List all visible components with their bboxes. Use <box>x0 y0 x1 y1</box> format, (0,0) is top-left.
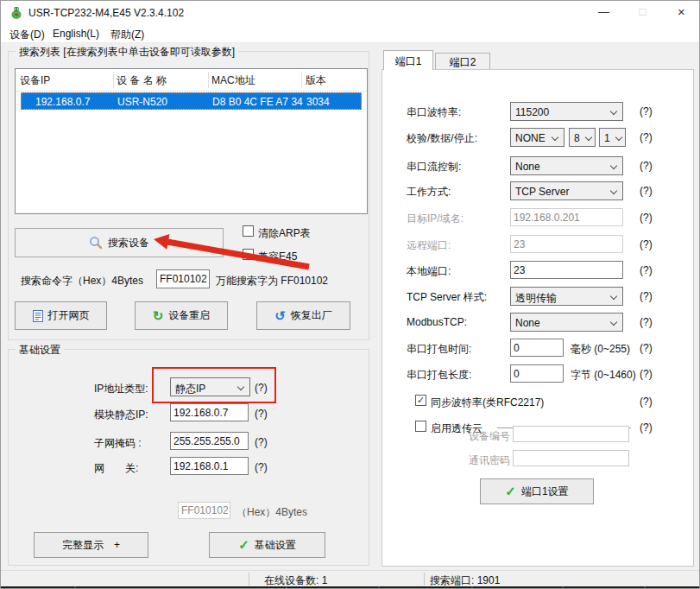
pack-len-suffix: 字节 (0~1460) <box>571 368 636 383</box>
remote-port-help[interactable]: (?) <box>640 238 653 250</box>
menu-bar: 设备(D) English(L) 帮助(Z) <box>1 25 699 43</box>
close-button[interactable]: × <box>662 1 700 25</box>
col-header-version[interactable]: 版本 <box>306 73 326 88</box>
cell-device-name: USR-N520 <box>117 96 167 108</box>
gateway-label: 网 关: <box>94 461 138 476</box>
pack-time-input[interactable] <box>510 339 564 357</box>
cloud-checkbox[interactable] <box>415 421 426 432</box>
ip-type-help[interactable]: (?) <box>255 382 268 394</box>
local-port-help[interactable]: (?) <box>640 264 653 276</box>
table-row-selected[interactable]: 192.168.0.7 USR-N520 D8 B0 4C FE A7 34 3… <box>21 92 362 110</box>
static-ip-help[interactable]: (?) <box>255 408 268 420</box>
column-divider[interactable] <box>301 72 302 88</box>
modbus-help[interactable]: (?) <box>640 316 653 328</box>
data-bits-select[interactable]: 8 <box>569 128 596 147</box>
work-mode-select[interactable]: TCP Server <box>510 181 623 200</box>
subnet-mask-input[interactable] <box>170 432 249 450</box>
sync-baud-checkbox[interactable]: ✓ <box>415 395 426 406</box>
modbus-select[interactable]: None <box>510 313 623 332</box>
search-device-button[interactable]: 搜索设备 <box>15 228 224 257</box>
cloud-help[interactable]: (?) <box>640 421 653 434</box>
baud-select[interactable]: 115200 <box>510 102 623 121</box>
column-divider[interactable] <box>208 72 209 88</box>
cell-mac: D8 B0 4C FE A7 34 <box>212 96 303 108</box>
ip-type-select[interactable]: 静态IP <box>170 377 250 396</box>
pack-len-input[interactable] <box>510 364 564 383</box>
parity-select[interactable]: NONE <box>510 128 564 147</box>
comm-pwd-input <box>513 450 629 466</box>
baud-help[interactable]: (?) <box>640 105 653 117</box>
tcp-style-select[interactable]: 透明传输 <box>510 287 623 306</box>
dest-ip-input <box>510 208 623 226</box>
tcp-style-help[interactable]: (?) <box>640 290 653 302</box>
checkbox-check-icon: ✓ <box>417 395 425 405</box>
title-bar: USR-TCP232-M4,E45 V2.3.4.102 — □ × <box>1 1 699 25</box>
maximize-button[interactable]: □ <box>623 1 662 25</box>
menu-english[interactable]: English(L) <box>53 28 99 40</box>
device-id-label: 设备编号 <box>469 429 510 444</box>
menu-device[interactable]: 设备(D) <box>9 28 45 42</box>
ip-type-label: IP地址类型: <box>94 382 148 396</box>
tcp-style-value: 透明传输 <box>515 291 557 306</box>
parity-value: NONE <box>515 132 545 144</box>
stop-bits-select[interactable]: 1 <box>599 128 626 147</box>
static-ip-input[interactable] <box>170 403 249 421</box>
minimize-button[interactable]: — <box>584 1 623 25</box>
local-port-input[interactable] <box>510 261 623 279</box>
full-display-label: 完整显示 + <box>62 538 120 553</box>
gateway-input[interactable] <box>170 457 249 475</box>
modbus-value: None <box>515 317 540 329</box>
dest-ip-label: 目标IP/域名: <box>407 212 464 226</box>
subnet-mask-help[interactable]: (?) <box>255 436 268 448</box>
port1-apply-label: 端口1设置 <box>521 484 569 499</box>
local-port-label: 本地端口: <box>407 264 451 279</box>
search-cmd-input[interactable] <box>156 269 210 288</box>
tab-port1[interactable]: 端口1 <box>383 50 433 70</box>
flow-control-value: None <box>515 161 540 173</box>
pack-time-help[interactable]: (?) <box>640 342 653 354</box>
universal-search-hint: 万能搜索字为 FF010102 <box>216 274 328 288</box>
compat-e45-checkbox[interactable] <box>243 249 254 260</box>
factory-reset-label: 恢复出厂 <box>291 308 332 323</box>
port1-apply-button[interactable]: ✓ 端口1设置 <box>480 478 594 504</box>
magnifier-icon <box>89 236 103 250</box>
flow-control-select[interactable]: None <box>510 156 623 175</box>
device-restart-button[interactable]: ↻ 设备重启 <box>135 301 228 330</box>
status-divider <box>424 573 425 586</box>
parity-label: 校验/数据/停止: <box>407 131 477 146</box>
pack-len-help[interactable]: (?) <box>640 368 653 380</box>
chevron-down-icon <box>237 383 244 390</box>
gateway-help[interactable]: (?) <box>255 461 268 473</box>
col-header-device-ip[interactable]: 设备IP <box>20 73 50 88</box>
dest-ip-help[interactable]: (?) <box>640 212 653 224</box>
clear-arp-checkbox[interactable] <box>243 225 254 237</box>
menu-help[interactable]: 帮助(Z) <box>110 28 144 42</box>
chevron-down-icon <box>610 293 617 300</box>
sync-baud-help[interactable]: (?) <box>640 396 653 408</box>
device-id-input <box>513 426 629 442</box>
flow-control-help[interactable]: (?) <box>640 160 653 172</box>
webpage-icon <box>33 310 43 322</box>
full-display-button[interactable]: 完整显示 + <box>34 532 148 558</box>
app-window: USR-TCP232-M4,E45 V2.3.4.102 — □ × 设备(D)… <box>0 0 700 589</box>
factory-reset-button[interactable]: ↺ 恢复出厂 <box>256 301 350 330</box>
cell-device-ip: 192.168.0.7 <box>35 96 90 108</box>
parity-help[interactable]: (?) <box>640 131 653 143</box>
column-divider[interactable] <box>113 72 114 88</box>
stop-bits-value: 1 <box>604 132 610 144</box>
work-mode-help[interactable]: (?) <box>640 185 653 197</box>
open-webpage-button[interactable]: 打开网页 <box>15 301 107 330</box>
restart-icon: ↻ <box>153 310 164 322</box>
chevron-down-icon <box>610 319 617 326</box>
col-header-mac[interactable]: MAC地址 <box>211 73 255 88</box>
tab-port2[interactable]: 端口2 <box>435 53 490 69</box>
data-bits-value: 8 <box>574 132 580 144</box>
pack-time-suffix: 毫秒 (0~255) <box>571 342 630 357</box>
subnet-mask-label: 子网掩码 : <box>94 436 142 451</box>
basic-hex-label: （Hex）4Bytes <box>236 505 307 520</box>
window-title: USR-TCP232-M4,E45 V2.3.4.102 <box>28 7 184 19</box>
remote-port-label: 远程端口: <box>407 238 451 253</box>
status-bar: 在线设备数: 1 搜索端口: 1901 <box>1 570 700 586</box>
basic-settings-apply-button[interactable]: ✓ 基础设置 <box>209 532 325 558</box>
col-header-device-name[interactable]: 设 备 名 称 <box>117 73 167 88</box>
